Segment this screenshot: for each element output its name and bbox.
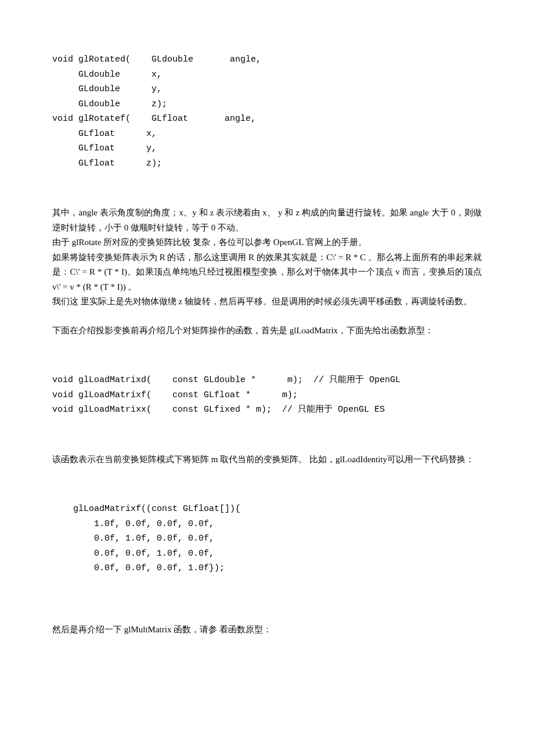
paragraph-glrotate-matrix: 由于 glRotate 所对应的变换矩阵比较 复杂，各位可以参考 OpenGL … [52, 235, 482, 250]
paragraph-glmultmatrix-intro: 然后是再介绍一下 glMultMatrix 函数，请参 看函数原型： [52, 622, 482, 638]
code-block-glloadmatrix: void glLoadMatrixd( const GLdouble * m);… [52, 373, 482, 417]
paragraph-rotation-matrix-r: 如果将旋转变换矩阵表示为 R 的话，那么这里调用 R 的效果其实就是：C\' =… [52, 250, 482, 295]
paragraph-glloadmatrix-intro: 下面在介绍投影变换前再介绍几个对矩阵操作的函数，首先是 glLoadMatrix… [52, 323, 482, 339]
paragraph-angle-desc: 其中，angle 表示角度制的角度；x、y 和 z 表示绕着由 x、 y 和 z… [52, 206, 482, 235]
paragraph-order-note: 我们这 里实际上是先对物体做绕 z 轴旋转，然后再平移。但是调用的时候必须先调平… [52, 294, 482, 309]
code-block-glrotate: void glRotated( GLdouble angle, GLdouble… [52, 52, 482, 171]
paragraph-glloadmatrix-desc: 该函数表示在当前变换矩阵模式下将矩阵 m 取代当前的变换矩阵。 比如，glLoa… [52, 452, 482, 467]
code-block-glloadmatrixf-example: glLoadMatrixf((const GLfloat[]){ 1.0f, 0… [52, 502, 482, 576]
